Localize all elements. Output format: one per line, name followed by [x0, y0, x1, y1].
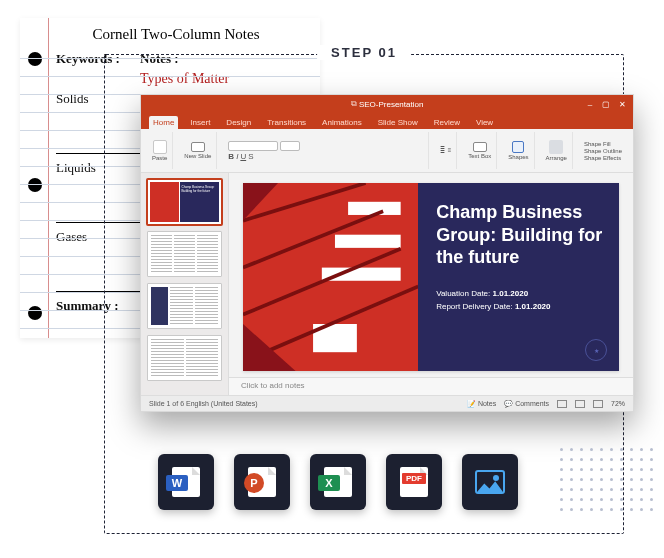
tab-slideshow[interactable]: Slide Show	[374, 116, 422, 129]
powerpoint-icon: P	[244, 473, 264, 493]
ribbon-arrange[interactable]: Arrange	[541, 132, 573, 169]
ribbon-new-slide[interactable]: New Slide	[179, 132, 217, 169]
shape-outline-label: Shape Outline	[584, 148, 622, 154]
tab-design[interactable]: Design	[222, 116, 255, 129]
ribbon-textbox-label: Text Box	[468, 153, 491, 159]
valuation-value: 1.01.2020	[493, 289, 529, 298]
ribbon-font[interactable]: BIUS	[223, 132, 428, 169]
slide-thumbnails: Champ Business Group: Building for the f…	[141, 173, 229, 395]
tab-insert[interactable]: Insert	[186, 116, 214, 129]
pdf-icon: PDF	[402, 473, 426, 484]
thumb-1[interactable]: Champ Business Group: Building for the f…	[147, 179, 222, 225]
tile-powerpoint[interactable]: P	[234, 454, 290, 510]
ribbon-shape-style[interactable]: Shape Fill Shape Outline Shape Effects	[579, 132, 627, 169]
ribbon-tabs: Home Insert Design Transitions Animation…	[141, 113, 633, 129]
tab-review[interactable]: Review	[430, 116, 464, 129]
statusbar-notes[interactable]: 📝 Notes	[467, 400, 496, 408]
bullets-icon: ≣	[440, 147, 445, 154]
close-button[interactable]: ✕	[617, 100, 627, 109]
report-value: 1.01.2020	[515, 302, 551, 311]
statusbar-comments[interactable]: 💬 Comments	[504, 400, 549, 408]
statusbar: Slide 1 of 6 English (United States) 📝 N…	[141, 395, 633, 411]
ribbon-textbox[interactable]: Text Box	[463, 132, 497, 169]
svg-rect-2	[335, 235, 401, 248]
tab-animations[interactable]: Animations	[318, 116, 366, 129]
ppt-filename: SEO-Presentation	[359, 100, 423, 109]
notes-pane[interactable]: Click to add notes	[229, 377, 633, 395]
image-icon	[475, 470, 505, 494]
zoom-level[interactable]: 72%	[611, 400, 625, 407]
thumb-1-title: Champ Business Group: Building for the f…	[182, 186, 221, 193]
ppt-titlebar[interactable]: ⧉ SEO-Presentation – ▢ ✕	[141, 95, 633, 113]
tab-view[interactable]: View	[472, 116, 497, 129]
ribbon-shapes-label: Shapes	[508, 154, 528, 160]
numbering-icon: ≡	[448, 147, 452, 154]
ribbon-paste[interactable]: Paste	[147, 132, 173, 169]
arrange-icon	[549, 140, 563, 154]
svg-rect-3	[322, 268, 401, 281]
powerpoint-window: ⧉ SEO-Presentation – ▢ ✕ Home Insert Des…	[140, 94, 634, 412]
shape-effects-label: Shape Effects	[584, 155, 621, 161]
valuation-label: Valuation Date:	[436, 289, 490, 298]
tile-pdf[interactable]: PDF	[386, 454, 442, 510]
ribbon-paste-label: Paste	[152, 155, 167, 161]
clipboard-icon	[153, 140, 167, 154]
slide-heading: Champ Business Group: Building for the f…	[436, 201, 603, 269]
step-label: STEP 01	[317, 45, 411, 60]
slide-image	[243, 183, 418, 371]
tile-word[interactable]: W	[158, 454, 214, 510]
slide-meta: Valuation Date: 1.01.2020 Report Deliver…	[436, 287, 603, 314]
excel-icon: X	[318, 475, 340, 491]
textbox-icon	[473, 142, 487, 152]
maximize-button[interactable]: ▢	[601, 100, 611, 109]
thumb-4[interactable]	[147, 335, 222, 381]
shapes-icon	[512, 141, 524, 153]
tile-image[interactable]	[462, 454, 518, 510]
slide-canvas[interactable]: Champ Business Group: Building for the f…	[243, 183, 619, 371]
ribbon-paragraph[interactable]: ≣ ≡	[435, 132, 458, 169]
tab-home[interactable]: Home	[149, 116, 178, 129]
stamp-icon: ★	[585, 339, 607, 361]
report-label: Report Delivery Date:	[436, 302, 512, 311]
ribbon: Paste New Slide BIUS ≣ ≡ Text Box Shapes…	[141, 129, 633, 173]
view-reading-icon[interactable]	[593, 400, 603, 408]
new-slide-icon	[191, 142, 205, 152]
ribbon-newslide-label: New Slide	[184, 153, 211, 159]
minimize-button[interactable]: –	[585, 100, 595, 109]
shape-fill-label: Shape Fill	[584, 141, 611, 147]
word-icon: W	[166, 475, 188, 491]
cornell-title: Cornell Two-Column Notes	[42, 26, 310, 43]
view-normal-icon[interactable]	[557, 400, 567, 408]
file-type-tiles: W P X PDF	[158, 454, 518, 510]
thumb-2[interactable]	[147, 231, 222, 277]
decorative-dots	[560, 448, 656, 514]
tab-transitions[interactable]: Transitions	[263, 116, 310, 129]
tile-excel[interactable]: X	[310, 454, 366, 510]
view-sorter-icon[interactable]	[575, 400, 585, 408]
ribbon-arrange-label: Arrange	[546, 155, 567, 161]
thumb-3[interactable]	[147, 283, 222, 329]
statusbar-left: Slide 1 of 6 English (United States)	[149, 400, 258, 407]
ribbon-shapes[interactable]: Shapes	[503, 132, 534, 169]
